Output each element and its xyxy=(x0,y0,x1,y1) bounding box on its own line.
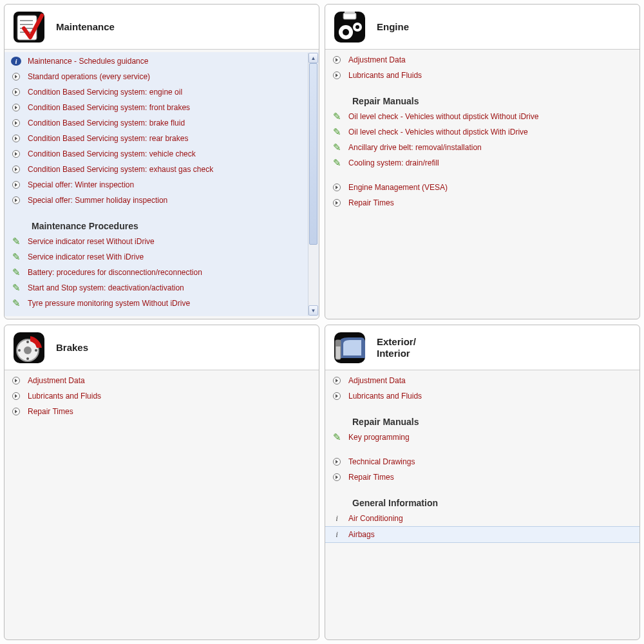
arrow-icon xyxy=(11,87,21,97)
svg-point-17 xyxy=(26,357,29,360)
list-item-link[interactable]: Maintenance - Schedules guidance xyxy=(28,55,148,67)
arrow-icon xyxy=(332,375,342,386)
list-item-link[interactable]: Ancillary drive belt: removal/installati… xyxy=(348,142,482,153)
list-item[interactable]: Adjustment Data xyxy=(325,373,639,388)
section-heading: Repair Manuals xyxy=(325,404,639,430)
scroll-thumb[interactable] xyxy=(309,63,317,245)
list-item-link[interactable]: Lubricants and Fluids xyxy=(348,70,422,81)
list-item-link[interactable]: Special offer: Winter inspection xyxy=(28,179,134,191)
maintenance-scroll-region: Maintenance - Schedules guidanceStandard… xyxy=(5,52,319,316)
list-item[interactable]: Condition Based Servicing system: front … xyxy=(5,100,306,115)
panel-header-exterior: Exterior/ Interior xyxy=(325,325,639,370)
list-item-link[interactable]: Lubricants and Fluids xyxy=(348,390,422,402)
list-item[interactable]: Cooling system: drain/refill xyxy=(325,155,639,171)
list-item-link[interactable]: Adjustment Data xyxy=(348,54,406,66)
list-item[interactable]: Repair Times xyxy=(325,469,639,485)
list-item-link[interactable]: Key programming xyxy=(348,431,410,443)
list-item[interactable]: Start and Stop system: deactivation/acti… xyxy=(5,280,306,296)
panel-exterior-interior: Exterior/ Interior Adjustment DataLubric… xyxy=(325,325,640,640)
list-item[interactable]: Key programming xyxy=(325,430,639,445)
list-item-link[interactable]: Airbags xyxy=(348,529,375,540)
arrow-icon xyxy=(332,55,342,65)
list-item[interactable]: Airbags xyxy=(325,526,639,543)
scroll-down-button[interactable]: ▼ xyxy=(308,305,318,316)
list-item-link[interactable]: Condition Based Servicing system: engine… xyxy=(28,86,182,98)
list-item-link[interactable]: Air Conditioning xyxy=(348,513,403,524)
panel-engine: Engine Adjustment DataLubricants and Flu… xyxy=(325,4,640,319)
list-item[interactable]: Ancillary drive belt: removal/installati… xyxy=(325,140,639,155)
wrench-icon xyxy=(11,283,21,293)
list-item-link[interactable]: Repair Times xyxy=(348,471,394,483)
list-item[interactable]: Air Conditioning xyxy=(325,511,639,526)
list-item-link[interactable]: Technical Drawings xyxy=(348,456,415,468)
info-icon xyxy=(11,57,21,66)
wrench-icon xyxy=(11,298,21,308)
exterior-manuals: Key programming xyxy=(325,430,639,445)
wrench-icon xyxy=(332,111,342,122)
arrow-icon xyxy=(332,472,342,482)
list-item[interactable]: Engine Management (VESA) xyxy=(325,180,639,195)
list-item-link[interactable]: Repair Times xyxy=(28,406,73,417)
list-item-link[interactable]: Service indicator reset Without iDrive xyxy=(28,236,155,247)
list-item[interactable]: Condition Based Servicing system: exhaus… xyxy=(5,162,306,177)
list-item[interactable]: Oil level check - Vehicles without dipst… xyxy=(325,124,639,140)
exterior-more: Technical DrawingsRepair Times xyxy=(325,454,639,485)
exterior-items: Adjustment DataLubricants and Fluids xyxy=(325,373,639,404)
panel-body-exterior: Adjustment DataLubricants and Fluids Rep… xyxy=(325,370,639,639)
info-italic-icon xyxy=(332,529,342,540)
panel-body-brakes: Adjustment DataLubricants and FluidsRepa… xyxy=(5,370,319,639)
panel-header-engine: Engine xyxy=(325,5,639,50)
list-item-link[interactable]: Service indicator reset With iDrive xyxy=(28,251,144,263)
arrow-icon xyxy=(11,118,21,128)
list-item-link[interactable]: Lubricants and Fluids xyxy=(28,390,101,402)
panel-title: Brakes xyxy=(56,342,88,354)
list-item-link[interactable]: Tyre pressure monitoring system Without … xyxy=(28,298,190,309)
list-item[interactable]: Adjustment Data xyxy=(5,373,319,388)
list-item[interactable]: Adjustment Data xyxy=(325,52,639,68)
list-item[interactable]: Standard operations (every service) xyxy=(5,69,306,84)
list-item[interactable]: Technical Drawings xyxy=(325,454,639,469)
scrollbar[interactable]: ▲ ▼ xyxy=(308,53,318,316)
list-item[interactable]: Condition Based Servicing system: rear b… xyxy=(5,131,306,146)
list-item[interactable]: Lubricants and Fluids xyxy=(325,388,639,404)
list-item[interactable]: Condition Based Servicing system: engine… xyxy=(5,84,306,100)
scroll-track[interactable] xyxy=(308,63,318,305)
list-item[interactable]: Repair Times xyxy=(325,195,639,211)
arrow-icon xyxy=(11,180,21,190)
list-item[interactable]: Lubricants and Fluids xyxy=(5,388,319,404)
list-item-link[interactable]: Standard operations (every service) xyxy=(28,71,150,82)
list-item-link[interactable]: Condition Based Servicing system: rear b… xyxy=(28,133,188,144)
list-item[interactable]: Tyre pressure monitoring system Without … xyxy=(5,296,306,311)
list-item-link[interactable]: Repair Times xyxy=(348,197,394,209)
list-item[interactable]: Condition Based Servicing system: vehicl… xyxy=(5,146,306,162)
list-item[interactable]: Lubricants and Fluids xyxy=(325,68,639,83)
list-item[interactable]: Condition Based Servicing system: brake … xyxy=(5,115,306,131)
arrow-icon xyxy=(11,406,21,417)
panel-header-brakes: Brakes xyxy=(5,325,319,370)
list-item-link[interactable]: Battery: procedures for disconnection/re… xyxy=(28,267,202,278)
list-item[interactable]: Special offer: Winter inspection xyxy=(5,177,306,193)
arrow-icon xyxy=(11,102,21,113)
list-item-link[interactable]: Condition Based Servicing system: front … xyxy=(28,102,190,113)
list-item[interactable]: Battery: procedures for disconnection/re… xyxy=(5,265,306,280)
list-item-link[interactable]: Adjustment Data xyxy=(28,375,85,386)
list-item-link[interactable]: Condition Based Servicing system: vehicl… xyxy=(28,148,196,160)
list-item-link[interactable]: Adjustment Data xyxy=(348,375,406,386)
list-item-link[interactable]: Oil level check - Vehicles without dipst… xyxy=(348,111,538,122)
list-item[interactable]: Service indicator reset With iDrive xyxy=(5,249,306,265)
list-item[interactable]: Repair Times xyxy=(5,404,319,419)
arrow-icon xyxy=(11,133,21,144)
list-item-link[interactable]: Condition Based Servicing system: exhaus… xyxy=(28,164,213,175)
list-item[interactable]: Special offer: Summer holiday inspection xyxy=(5,193,306,208)
list-item-link[interactable]: Oil level check - Vehicles without dipst… xyxy=(348,126,528,138)
list-item[interactable]: Maintenance - Schedules guidance xyxy=(5,53,306,69)
wrench-icon xyxy=(332,432,342,442)
list-item-link[interactable]: Cooling system: drain/refill xyxy=(348,157,439,169)
list-item-link[interactable]: Start and Stop system: deactivation/acti… xyxy=(28,282,184,294)
list-item-link[interactable]: Engine Management (VESA) xyxy=(348,182,448,193)
scroll-up-button[interactable]: ▲ xyxy=(308,53,318,63)
list-item-link[interactable]: Special offer: Summer holiday inspection xyxy=(28,194,167,206)
list-item[interactable]: Oil level check - Vehicles without dipst… xyxy=(325,109,639,124)
list-item-link[interactable]: Condition Based Servicing system: brake … xyxy=(28,117,185,129)
list-item[interactable]: Service indicator reset Without iDrive xyxy=(5,234,306,249)
